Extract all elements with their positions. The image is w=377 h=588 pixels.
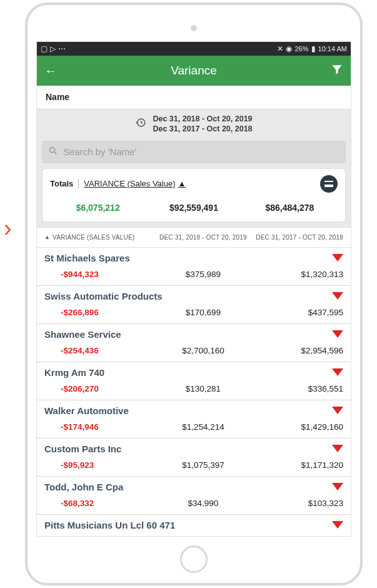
row-variance: -$95,923 [44,460,156,470]
row-period1: $1,075,397 [156,460,249,470]
status-icon: ▷ [50,44,56,53]
data-rows: St Michaels Spares-$944,323$375,989$1,32… [37,248,351,537]
row-period1: $130,281 [156,384,249,393]
totals-sort-button[interactable]: VARIANCE (Sales Value) ▲ [78,179,186,188]
totals-wrap: Totals VARIANCE (Sales Value) ▲ $6,075,2… [37,168,351,227]
table-row: Shawnee Service-$254,436$2,700,160$2,954… [37,324,351,362]
search-wrap [37,136,351,168]
table-row: Todd, John E Cpa-$68,332$34,990$103,323 [37,477,351,515]
totals-sort-label: VARIANCE (Sales Value) [84,179,175,188]
row-variance: -$68,332 [44,499,156,508]
filter-icon[interactable] [331,63,343,79]
row-name: St Michaels Spares [44,253,130,263]
totals-variance: $6,075,212 [50,203,146,213]
search-input[interactable] [63,146,339,157]
col-variance[interactable]: ▲ VARIANCE (SALES VALUE) [44,234,156,241]
status-icon: ▢ [41,44,48,53]
status-left: ▢ ▷ ⋯ [41,44,66,53]
row-period2: $1,429,160 [250,422,343,432]
table-row: Walker Automotive-$174,946$1,254,214$1,4… [37,400,351,438]
row-period2: $103,323 [250,499,343,508]
row-variance: -$206,270 [44,384,156,393]
col-variance-label: VARIANCE (SALES VALUE) [53,234,134,241]
camera-dot [191,25,197,31]
name-label: Name [37,86,351,109]
date-range-current: Dec 31, 2018 - Oct 20, 2019 [153,114,252,124]
home-button[interactable] [180,545,208,573]
column-headers: ▲ VARIANCE (SALES VALUE) DEC 31, 2018 - … [37,227,351,248]
row-period1: $2,700,160 [156,346,249,355]
expand-row-icon[interactable] [332,292,343,300]
row-period2: $336,551 [250,384,343,393]
row-name: Shawnee Service [44,329,121,340]
row-period1: $375,989 [156,270,249,279]
page-title: Variance [37,64,351,78]
table-row: St Michaels Spares-$944,323$375,989$1,32… [37,248,351,286]
col-period1[interactable]: DEC 31, 2018 - OCT 20, 2019 [156,234,249,241]
search-icon [48,146,58,158]
table-row: Pitts Musicians Un Lcl 60 471 [37,515,351,537]
row-name: Custom Parts Inc [44,444,121,454]
status-right: ✕ ◉ 26% ▮ 10:14 AM [277,44,347,53]
hamburger-icon [324,181,333,187]
row-period1: $34,990 [156,499,249,508]
expand-row-icon[interactable] [332,330,343,338]
row-name: Pitts Musicians Un Lcl 60 471 [44,520,175,530]
totals-label: Totals [50,179,73,188]
row-name: Swiss Automatic Products [44,291,163,302]
table-row: Swiss Automatic Products-$266,896$170,69… [37,286,351,324]
wifi-icon: ◉ [286,44,292,53]
row-period1: $1,254,214 [156,422,249,432]
totals-period2: $86,484,278 [242,203,338,213]
history-icon [135,117,146,131]
expand-row-icon[interactable] [332,368,343,376]
svg-point-1 [50,147,55,152]
tablet-frame: ▢ ▷ ⋯ ✕ ◉ 26% ▮ 10:14 AM ← Variance Name [25,3,363,585]
row-period2: $1,320,313 [250,270,343,279]
row-name: Krmg Am 740 [44,367,104,378]
row-variance: -$174,946 [44,422,156,432]
vibrate-icon: ✕ [277,44,283,53]
sort-asc-icon: ▲ [178,179,186,188]
row-variance: -$944,323 [44,270,156,279]
expand-row-icon[interactable] [332,483,343,490]
side-chevron-icon: › [4,216,12,240]
expand-row-icon[interactable] [332,445,343,452]
clock-text: 10:14 AM [318,45,347,53]
battery-icon: ▮ [311,44,316,53]
row-period1: $170,699 [156,308,249,317]
totals-menu-button[interactable] [320,175,338,193]
totals-box: Totals VARIANCE (Sales Value) ▲ $6,075,2… [42,168,346,222]
search-box[interactable] [42,141,346,163]
app-header: ← Variance [37,56,351,86]
back-icon[interactable]: ← [44,64,57,78]
row-period2: $2,954,596 [250,346,343,355]
expand-row-icon[interactable] [332,254,343,261]
row-variance: -$266,896 [44,308,156,317]
row-name: Walker Automotive [44,405,129,416]
status-bar: ▢ ▷ ⋯ ✕ ◉ 26% ▮ 10:14 AM [37,42,351,56]
row-variance: -$254,436 [44,346,156,355]
expand-row-icon[interactable] [332,407,343,414]
table-row: Krmg Am 740-$206,270$130,281$336,551 [37,362,351,400]
sort-asc-icon: ▲ [44,234,50,240]
date-range-previous: Dec 31, 2017 - Oct 20, 2018 [153,124,252,134]
row-period2: $437,595 [250,308,343,317]
app-screen: ▢ ▷ ⋯ ✕ ◉ 26% ▮ 10:14 AM ← Variance Name [36,41,351,537]
table-row: Custom Parts Inc-$95,923$1,075,397$1,171… [37,438,351,477]
totals-period1: $92,559,491 [146,203,241,213]
date-range-panel: Dec 31, 2018 - Oct 20, 2019 Dec 31, 2017… [37,109,351,136]
row-name: Todd, John E Cpa [44,482,123,492]
status-icon: ⋯ [58,44,66,53]
row-period2: $1,171,320 [250,460,343,470]
col-period2[interactable]: DEC 31, 2017 - OCT 20, 2018 [250,234,343,241]
battery-text: 26% [294,45,308,53]
expand-row-icon[interactable] [332,521,343,529]
